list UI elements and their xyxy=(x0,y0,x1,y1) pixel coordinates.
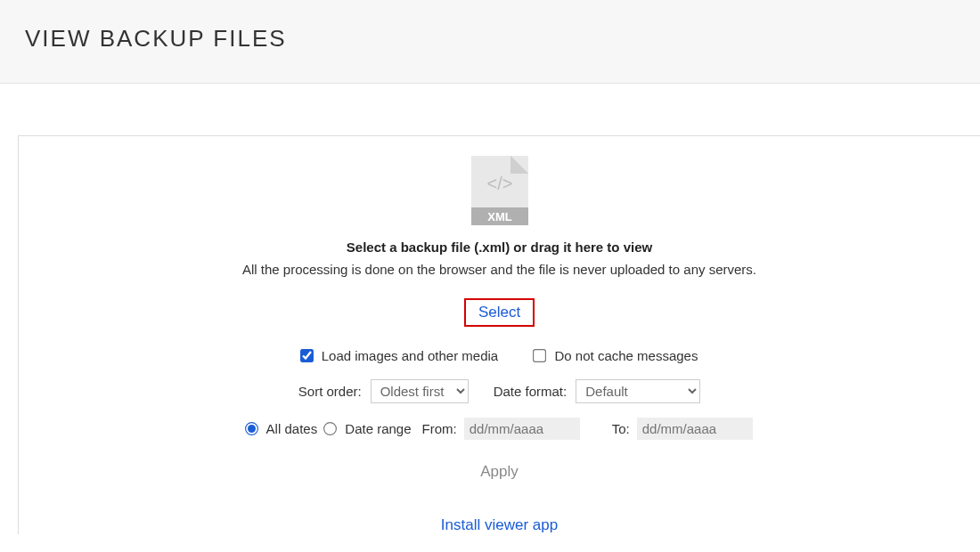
load-images-text: Load images and other media xyxy=(322,348,498,363)
spacer xyxy=(0,84,980,135)
svg-text:XML: XML xyxy=(487,210,512,223)
date-row: All dates Date range From: To: xyxy=(37,418,962,440)
page-header: VIEW BACKUP FILES xyxy=(0,0,980,84)
install-app-link[interactable]: Install viewer app xyxy=(441,516,558,534)
to-label: To: xyxy=(612,421,630,436)
to-date-input[interactable] xyxy=(637,418,753,440)
all-dates-label[interactable]: All dates xyxy=(246,421,317,436)
load-images-checkbox[interactable] xyxy=(300,349,314,362)
date-range-label[interactable]: Date range xyxy=(324,421,411,436)
options-row: Load images and other media Do not cache… xyxy=(37,348,962,363)
load-images-label[interactable]: Load images and other media xyxy=(301,348,502,363)
main-panel: </> XML Select a backup file (.xml) or d… xyxy=(18,135,980,534)
select-file-button[interactable]: Select xyxy=(464,298,535,327)
date-format-select[interactable]: Default xyxy=(576,379,700,403)
from-label: From: xyxy=(422,421,457,436)
sort-order-label: Sort order: xyxy=(298,384,362,399)
from-date-input[interactable] xyxy=(464,418,580,440)
sort-order-select[interactable]: Oldest first xyxy=(371,379,469,403)
all-dates-radio[interactable] xyxy=(245,422,258,435)
sort-row: Sort order: Oldest first Date format: De… xyxy=(37,379,962,403)
no-cache-checkbox[interactable] xyxy=(533,349,546,362)
page-title: VIEW BACKUP FILES xyxy=(25,25,955,53)
date-range-radio[interactable] xyxy=(323,422,337,435)
no-cache-text: Do not cache messages xyxy=(555,348,698,363)
drop-prompt-bold: Select a backup file (.xml) or drag it h… xyxy=(37,239,962,255)
no-cache-label[interactable]: Do not cache messages xyxy=(534,348,698,363)
apply-button[interactable]: Apply xyxy=(480,463,519,481)
xml-file-icon: </> XML xyxy=(470,154,530,231)
drop-prompt-sub: All the processing is done on the browse… xyxy=(37,262,962,277)
date-range-text: Date range xyxy=(345,421,411,436)
all-dates-text: All dates xyxy=(266,421,318,436)
svg-text:</>: </> xyxy=(486,174,512,193)
date-format-label: Date format: xyxy=(494,384,568,399)
